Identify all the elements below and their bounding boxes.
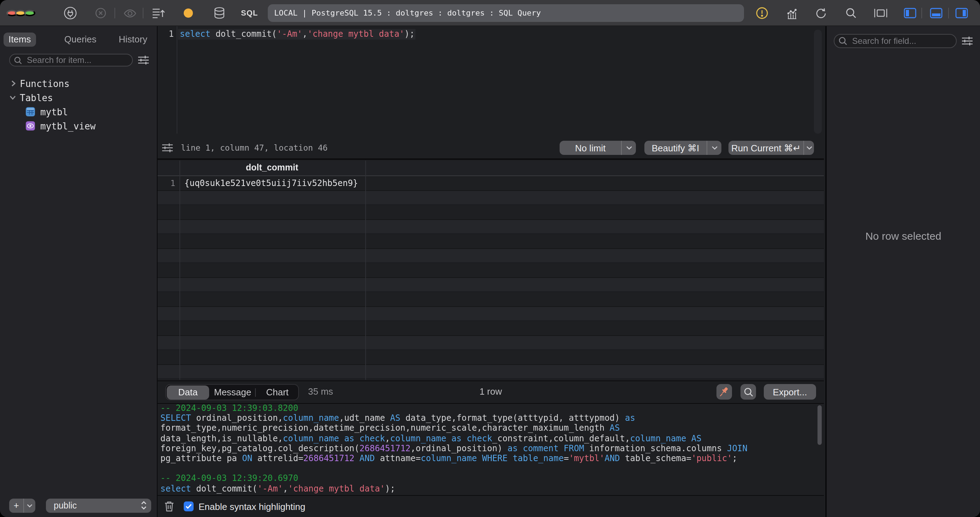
- plus-icon: +: [9, 499, 23, 512]
- log-line: format_type,numeric_precision,datetime_p…: [158, 423, 824, 433]
- beautify-button-label[interactable]: Beautify ⌘I: [644, 141, 706, 155]
- alert-icon[interactable]: [755, 0, 768, 26]
- database-icon[interactable]: [213, 0, 225, 26]
- chevron-right-icon: [11, 80, 16, 87]
- log-line: pg_attribute pa ON attrelid=2686451712 A…: [158, 453, 824, 463]
- chevron-down-icon: [9, 95, 16, 101]
- run-current-button[interactable]: Run Current ⌘↵: [729, 141, 814, 155]
- row-separator: [158, 379, 824, 380]
- column-divider[interactable]: [180, 160, 180, 176]
- run-current-button-caret[interactable]: [804, 141, 814, 155]
- table-row-empty[interactable]: [158, 307, 824, 321]
- syntax-highlighting-checkbox[interactable]: [184, 501, 194, 511]
- table-row-empty[interactable]: [158, 263, 824, 278]
- cursor-position-status: line 1, column 47, location 46: [181, 137, 328, 158]
- table-row-empty[interactable]: [158, 205, 824, 220]
- cursor-settings-icon[interactable]: [161, 137, 173, 158]
- gutter-divider: [177, 26, 177, 134]
- beautify-button-caret[interactable]: [706, 141, 721, 155]
- filter-sliders-icon[interactable]: [961, 34, 973, 48]
- editor-scrollbar[interactable]: [814, 30, 822, 134]
- schema-select[interactable]: public: [46, 499, 151, 512]
- beautify-button[interactable]: Beautify ⌘I: [644, 141, 721, 155]
- sql-editor[interactable]: 1 select dolt_commit('-Am','change mytbl…: [158, 26, 824, 137]
- add-item-caret[interactable]: [23, 499, 35, 512]
- run-current-button-label[interactable]: Run Current ⌘↵: [729, 141, 804, 155]
- toolbar-divider: [921, 8, 922, 18]
- row-number: 1: [158, 176, 175, 191]
- zoom-button[interactable]: [24, 10, 35, 16]
- limit-button-caret[interactable]: [621, 141, 636, 155]
- table-row-empty[interactable]: [158, 336, 824, 351]
- tab-chart[interactable]: Chart: [256, 385, 299, 400]
- focus-mode-icon[interactable]: [874, 0, 888, 26]
- item-search[interactable]: [9, 54, 133, 67]
- preview-eye-icon[interactable]: [124, 0, 136, 26]
- schema-select-value: public: [54, 501, 141, 511]
- pin-button[interactable]: [716, 384, 732, 400]
- table-row-empty[interactable]: [158, 234, 824, 249]
- result-search-button[interactable]: [740, 384, 756, 400]
- results-rows: 1 {uq0suk1e521ve0t5uiij7iiv52hb5en9}: [158, 176, 824, 380]
- chevron-down-icon: [806, 146, 812, 150]
- table-row-empty[interactable]: [158, 191, 824, 205]
- sidebar-item-functions[interactable]: Functions: [0, 77, 167, 91]
- table-row-empty[interactable]: [158, 351, 824, 365]
- result-toolbar: Data Message Chart 35 ms 1 row: [158, 380, 824, 404]
- sql-badge: SQL: [241, 0, 258, 26]
- trash-icon[interactable]: [163, 495, 175, 517]
- field-search[interactable]: [834, 34, 957, 48]
- filter-sliders-icon[interactable]: [137, 54, 149, 67]
- table-row-empty[interactable]: [158, 292, 824, 307]
- row-value[interactable]: {uq0suk1e521ve0t5uiij7iiv52hb5en9}: [185, 176, 358, 191]
- sidebar-item-mytbl-view[interactable]: mytbl_view: [0, 119, 182, 133]
- tab-data[interactable]: Data: [167, 385, 209, 400]
- field-search-input[interactable]: [851, 35, 952, 47]
- status-dot: [184, 8, 193, 18]
- search-icon: [839, 37, 847, 45]
- table-row-empty[interactable]: [158, 365, 824, 380]
- item-search-input[interactable]: [25, 54, 128, 66]
- toolbar-divider: [948, 8, 949, 18]
- tab-message[interactable]: Message: [210, 385, 255, 400]
- sidebar-item-tables[interactable]: Tables: [0, 91, 166, 105]
- chevron-down-icon: [27, 504, 32, 508]
- add-item-button[interactable]: +: [9, 499, 35, 512]
- search-icon[interactable]: [845, 0, 856, 26]
- toggle-left-panel-icon[interactable]: [904, 0, 916, 26]
- refresh-icon[interactable]: [815, 0, 827, 26]
- limit-button[interactable]: No limit: [560, 141, 636, 155]
- no-row-selected-message: No row selected: [827, 230, 980, 242]
- log-list-icon[interactable]: [151, 0, 165, 26]
- tab-items[interactable]: Items: [3, 32, 36, 47]
- toolbar-divider: [143, 8, 143, 18]
- query-log[interactable]: -- 2024-09-03 12:39:03.8200SELECT ordina…: [158, 403, 824, 494]
- code-line[interactable]: select dolt_commit('-Am','change mytbl d…: [180, 29, 415, 40]
- limit-button-label[interactable]: No limit: [560, 141, 621, 155]
- column-divider[interactable]: [365, 160, 366, 176]
- table-row-empty[interactable]: [158, 249, 824, 263]
- table-row-empty[interactable]: [158, 321, 824, 336]
- log-scrollbar[interactable]: [818, 405, 822, 445]
- table-row-empty[interactable]: [158, 220, 824, 234]
- select-updown-icon: [141, 501, 147, 510]
- tab-history[interactable]: History: [114, 32, 152, 47]
- bottom-bar: Enable syntax highlighting: [158, 495, 824, 517]
- toggle-bottom-panel-icon[interactable]: [929, 0, 942, 26]
- query-duration: 35 ms: [308, 381, 333, 403]
- column-header-dolt-commit[interactable]: dolt_commit: [180, 160, 364, 175]
- disconnect-icon[interactable]: [95, 0, 106, 26]
- app-window: SQL LOCAL | PostgreSQL 15.5 : doltgres :…: [0, 0, 980, 517]
- log-line: -- 2024-09-03 12:39:03.8200: [158, 403, 824, 413]
- tree-label: mytbl: [40, 107, 68, 117]
- export-button[interactable]: Export...: [764, 384, 816, 400]
- table-row-empty[interactable]: [158, 278, 824, 292]
- connection-plug-icon[interactable]: [63, 0, 77, 26]
- table-row[interactable]: 1 {uq0suk1e521ve0t5uiij7iiv52hb5en9}: [158, 176, 824, 191]
- left-sidebar: Items Queries History Functions Tables: [0, 26, 157, 517]
- tab-queries[interactable]: Queries: [59, 32, 102, 47]
- stats-chart-icon[interactable]: [786, 0, 798, 26]
- log-line: select dolt_commit('-Am','change mytbl d…: [158, 483, 824, 493]
- toggle-right-panel-icon[interactable]: [955, 0, 968, 26]
- sidebar-item-mytbl[interactable]: mytbl: [0, 105, 182, 119]
